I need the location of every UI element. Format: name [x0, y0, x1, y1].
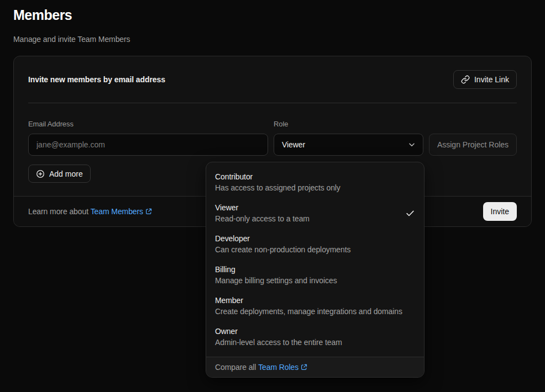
role-option-member[interactable]: Member Create deployments, manage integr…	[206, 290, 424, 321]
role-option-contributor[interactable]: Contributor Has access to assigned proje…	[206, 167, 424, 198]
role-option-description: Can create non-production deployments	[215, 245, 350, 254]
role-option-title: Owner	[215, 327, 238, 336]
email-label: Email Address	[28, 120, 268, 128]
role-option-developer[interactable]: Developer Can create non-production depl…	[206, 229, 424, 259]
add-more-label: Add more	[49, 169, 83, 178]
role-dropdown-list: Contributor Has access to assigned proje…	[206, 162, 424, 357]
role-option-title: Member	[215, 296, 243, 305]
role-dropdown-menu: Contributor Has access to assigned proje…	[206, 162, 425, 378]
role-option-description: Manage billing settings and invoices	[215, 276, 337, 285]
page-title: Members	[13, 0, 532, 23]
role-option-description: Create deployments, manage integrations …	[215, 307, 402, 316]
invite-link-label: Invite Link	[474, 75, 509, 84]
page-subtitle: Manage and invite Team Members	[13, 35, 532, 44]
role-option-description: Has access to assigned projects only	[215, 183, 340, 192]
invite-card-title: Invite new members by email address	[28, 75, 165, 84]
compare-all-text: Compare all	[215, 363, 256, 372]
team-roles-link[interactable]: Team Roles	[258, 363, 308, 372]
invite-button[interactable]: Invite	[483, 202, 517, 221]
role-option-billing[interactable]: Billing Manage billing settings and invo…	[206, 259, 424, 290]
role-option-owner[interactable]: Owner Admin-level access to the entire t…	[206, 321, 424, 352]
team-members-link[interactable]: Team Members	[91, 207, 153, 216]
external-link-icon	[300, 363, 308, 371]
assign-project-roles-button[interactable]: Assign Project Roles	[429, 134, 517, 156]
role-label: Role	[274, 120, 423, 128]
role-option-title: Developer	[215, 234, 250, 243]
role-option-description: Admin-level access to the entire team	[215, 338, 342, 347]
link-icon	[461, 75, 470, 84]
invite-link-button[interactable]: Invite Link	[453, 70, 517, 89]
add-more-button[interactable]: Add more	[28, 165, 91, 183]
invite-card-header: Invite new members by email address Invi…	[14, 56, 531, 103]
role-dropdown-footer: Compare all Team Roles	[206, 357, 424, 377]
email-input[interactable]	[28, 134, 268, 156]
check-icon	[405, 208, 415, 218]
role-option-description: Read-only access to a team	[215, 214, 310, 223]
role-select-value: Viewer	[282, 140, 305, 149]
plus-circle-icon	[36, 169, 45, 178]
role-option-viewer[interactable]: Viewer Read-only access to a team	[206, 198, 424, 229]
role-option-title: Contributor	[215, 172, 253, 181]
learn-more-text: Learn more about	[28, 207, 88, 216]
role-select[interactable]: Viewer	[274, 134, 423, 156]
external-link-icon	[145, 208, 153, 215]
role-option-title: Viewer	[215, 203, 238, 212]
chevron-down-icon	[407, 140, 416, 149]
role-option-title: Billing	[215, 265, 235, 274]
